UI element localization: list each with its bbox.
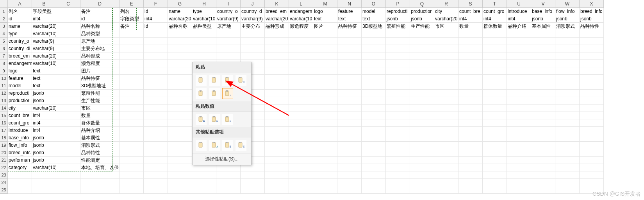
cell[interactable]: [531, 67, 555, 75]
cell[interactable]: [265, 30, 289, 38]
column-header[interactable]: J: [241, 0, 265, 8]
cell[interactable]: [555, 45, 580, 52]
cell[interactable]: [265, 157, 289, 164]
cell[interactable]: [386, 75, 410, 82]
cell[interactable]: [386, 171, 410, 179]
cell[interactable]: count_gro: [483, 8, 507, 15]
cell[interactable]: 数量: [458, 23, 483, 30]
cell[interactable]: [531, 60, 555, 67]
cell[interactable]: [168, 186, 192, 194]
cell[interactable]: 主要分布: [241, 23, 265, 30]
cell[interactable]: [362, 45, 386, 52]
cell[interactable]: [434, 149, 458, 157]
cell[interactable]: feature: [8, 75, 32, 82]
cell[interactable]: [386, 52, 410, 60]
cell[interactable]: logo: [313, 8, 337, 15]
cell[interactable]: [289, 105, 313, 112]
cell[interactable]: flow_info: [8, 142, 32, 149]
spreadsheet-area[interactable]: ABCDEFGHIJKLMNOPQRSTUVWX 123456789101112…: [0, 0, 644, 200]
cell[interactable]: [434, 119, 458, 127]
cell[interactable]: [144, 90, 168, 97]
cell[interactable]: id: [8, 15, 32, 23]
row-header[interactable]: 7: [0, 52, 8, 60]
cell[interactable]: int4: [144, 15, 168, 23]
cell[interactable]: [555, 149, 580, 157]
cell[interactable]: [555, 134, 580, 142]
cell[interactable]: [531, 112, 555, 119]
cell[interactable]: [507, 30, 531, 38]
cell[interactable]: [555, 67, 580, 75]
cell[interactable]: [337, 82, 362, 90]
column-header[interactable]: N: [337, 0, 362, 8]
cell[interactable]: [434, 127, 458, 134]
cell[interactable]: [434, 90, 458, 97]
cell[interactable]: [265, 52, 289, 60]
cell[interactable]: endangern: [289, 8, 313, 15]
cell[interactable]: [386, 127, 410, 134]
cell[interactable]: city: [434, 8, 458, 15]
cell[interactable]: 品种特征: [80, 75, 120, 82]
cell[interactable]: [144, 67, 168, 75]
cell[interactable]: [483, 119, 507, 127]
cell[interactable]: [192, 52, 216, 60]
cell[interactable]: [483, 90, 507, 97]
cell[interactable]: [289, 134, 313, 142]
cell[interactable]: [434, 134, 458, 142]
cell[interactable]: [313, 90, 337, 97]
cell[interactable]: 原产地: [216, 23, 241, 30]
cell[interactable]: [483, 179, 507, 186]
row-header[interactable]: 25: [0, 186, 8, 194]
cell[interactable]: [265, 90, 289, 97]
cell[interactable]: [507, 164, 531, 171]
cell[interactable]: [337, 30, 362, 38]
cell[interactable]: [531, 97, 555, 105]
cell[interactable]: [507, 119, 531, 127]
cell[interactable]: [458, 30, 483, 38]
cell[interactable]: [265, 38, 289, 45]
cell[interactable]: varchar(20: [265, 15, 289, 23]
cell[interactable]: [120, 142, 144, 149]
cell[interactable]: [434, 97, 458, 105]
cell[interactable]: [507, 179, 531, 186]
cell[interactable]: [458, 67, 483, 75]
cell[interactable]: [410, 186, 434, 194]
cell[interactable]: [265, 105, 289, 112]
cell[interactable]: varchar(20): [32, 23, 56, 30]
cell[interactable]: 列名: [120, 8, 144, 15]
cell[interactable]: varchar(9): [32, 38, 56, 45]
column-header[interactable]: C: [56, 0, 80, 8]
cell[interactable]: [56, 179, 80, 186]
cell[interactable]: [313, 82, 337, 90]
cell[interactable]: [458, 127, 483, 134]
cell[interactable]: [507, 75, 531, 82]
cell[interactable]: [313, 67, 337, 75]
cell[interactable]: [216, 30, 241, 38]
cell[interactable]: [580, 82, 604, 90]
cell[interactable]: [531, 90, 555, 97]
cell[interactable]: varchar(10): [32, 164, 56, 171]
cell[interactable]: [555, 171, 580, 179]
cell[interactable]: 字段类型: [32, 8, 56, 15]
cell[interactable]: [120, 45, 144, 52]
cell[interactable]: [265, 171, 289, 179]
cell[interactable]: [120, 105, 144, 112]
cell[interactable]: [531, 179, 555, 186]
cell[interactable]: [555, 52, 580, 60]
cell[interactable]: [144, 38, 168, 45]
cell[interactable]: [144, 127, 168, 134]
cell[interactable]: [144, 52, 168, 60]
cell[interactable]: [555, 82, 580, 90]
cell[interactable]: [483, 134, 507, 142]
cell[interactable]: [168, 97, 192, 105]
cell[interactable]: [337, 171, 362, 179]
cell[interactable]: [313, 60, 337, 67]
cell[interactable]: [289, 127, 313, 134]
cell[interactable]: [555, 164, 580, 171]
cell[interactable]: [531, 82, 555, 90]
cell[interactable]: [337, 112, 362, 119]
cell[interactable]: 基本属性: [80, 134, 120, 142]
cell[interactable]: [580, 186, 604, 194]
cell[interactable]: [580, 134, 604, 142]
column-header[interactable]: R: [434, 0, 458, 8]
cell[interactable]: [120, 112, 144, 119]
